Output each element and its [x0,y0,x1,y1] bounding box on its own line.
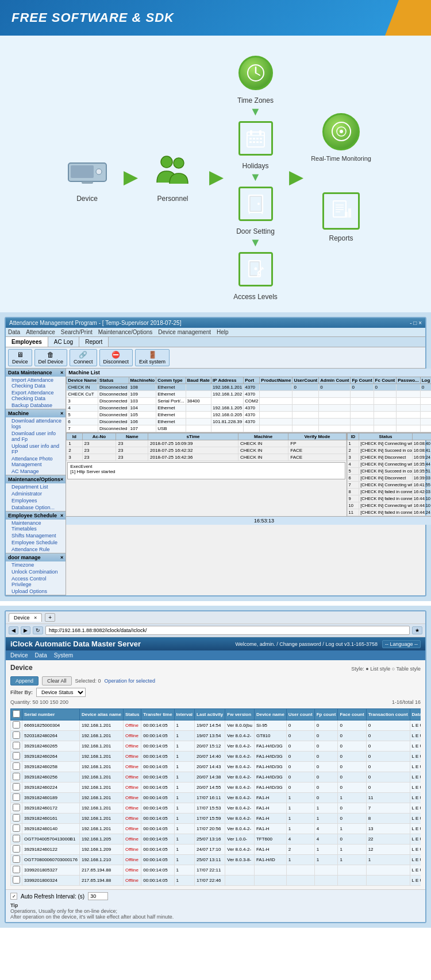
menu-device[interactable]: Device management [158,329,211,335]
table-row[interactable]: 3929182460122192.168.1.209Offline00:00:1… [11,845,421,855]
table-row[interactable]: 4 Disconnected 104 Ethernet 192.168.1.20… [67,405,431,412]
tab-aclog[interactable]: AC Log [48,337,79,347]
table-row[interactable]: 3929182460224192.168.1.201Offline00:00:1… [11,783,421,793]
table-row[interactable]: 5 Disconnected 105 Ethernet 192.168.0.20… [67,412,431,419]
row-checkbox[interactable] [13,721,20,729]
table-row[interactable]: 7 Disconnected 107 USB [67,425,431,432]
row-checkbox[interactable] [13,773,20,780]
row-checkbox[interactable] [13,814,20,822]
menu-data[interactable]: Data [8,329,20,335]
sidebar-toggle-maint[interactable]: × [60,477,63,482]
table-row[interactable]: 3399201805327217.65.194.88Offline00:00:1… [11,865,421,876]
btn-del-device[interactable]: 🗑 Del Device [34,349,68,366]
log-row[interactable]: 2 23 23 2018-07-25 16:42:32 CHECK IN FAC… [67,447,346,454]
sidebar-item-emp[interactable]: Employees [6,497,66,504]
table-row[interactable]: 3399201800324217.65.194.88Offline00:00:1… [11,876,421,886]
table-row[interactable]: 3929182460161192.168.1.201Offline00:00:1… [11,814,421,824]
btn-exit[interactable]: 🚪 Exit system [135,349,170,366]
sidebar-item-dept[interactable]: Department List [6,483,66,490]
sidebar-item-timezone[interactable]: Timezone [6,561,66,568]
btn-append[interactable]: Append [10,676,39,685]
table-row[interactable]: 3929182460264192.168.1.201Offline00:00:1… [11,752,421,762]
nav-data[interactable]: Data [35,652,47,659]
nav-refresh[interactable]: ↻ [33,626,43,634]
nav-bookmark[interactable]: ★ [412,626,422,634]
table-row[interactable]: 3929182460140192.168.1.201Offline00:00:1… [11,824,421,834]
sidebar-item-admin[interactable]: Administrator [6,490,66,497]
table-row[interactable]: 3929182460172192.168.1.201Offline00:00:1… [11,803,421,814]
log-row[interactable]: 1 23 23 2018-07-25 16:09:39 CHECK IN FP [67,440,346,447]
sidebar-item-upload[interactable]: Upload Options [6,588,66,595]
att-win-controls[interactable]: - □ × [410,320,422,326]
row-checkbox[interactable] [13,866,20,873]
table-row[interactable]: 66691825000304192.168.1.201Offline00:00:… [11,721,421,731]
sidebar-item-att-rule[interactable]: Attendance Rule [6,546,66,553]
row-checkbox[interactable] [13,783,20,791]
table-row[interactable]: CHECK IN Disconnected 108 Ethernet 192.1… [67,384,431,391]
auto-refresh-checkbox[interactable]: ✓ [10,893,17,900]
interval-input[interactable] [88,892,108,900]
sidebar-item-backup[interactable]: Backup Database [6,402,66,409]
sidebar-item-db[interactable]: Database Option... [6,504,66,511]
table-row[interactable]: OGT70400570413000B1192.168.1.205Offline0… [11,834,421,845]
nav-device[interactable]: Device [10,652,28,659]
table-row[interactable]: 3929182460256192.168.1.201Offline00:00:1… [11,772,421,783]
table-row[interactable]: 3929182460258192.168.1.201Offline00:00:1… [11,762,421,772]
row-checkbox[interactable] [13,824,20,832]
sidebar-item-emp-sched[interactable]: Employee Schedule [6,539,66,546]
sidebar-toggle-sched[interactable]: × [60,513,63,518]
btn-device[interactable]: 🖥 Device [8,349,32,366]
row-checkbox[interactable] [13,762,20,770]
menu-search[interactable]: Search/Print [61,329,93,335]
row-checkbox[interactable] [13,804,20,811]
sidebar-item-import[interactable]: Import Attendance Checking Data [6,377,66,389]
sidebar-item-photo[interactable]: Attendance Photo Management [6,455,66,468]
log-row[interactable]: 3 23 23 2018-07-25 16:42:36 CHECK IN FAC… [67,454,346,461]
table-row[interactable]: 5203182480264192.168.1.201Offline00:00:1… [11,731,421,741]
row-checkbox[interactable] [13,835,20,842]
browser-tab-add[interactable]: + [45,613,55,622]
sidebar-toggle-data[interactable]: × [60,370,63,375]
row-checkbox[interactable] [13,855,20,863]
sidebar-toggle-machine[interactable]: × [60,410,63,416]
tab-close-icon[interactable]: × [34,615,37,621]
btn-disconnect[interactable]: ⛔ Disconnect [99,349,133,366]
sidebar-item-timetable[interactable]: Maintenance Timetables [6,520,66,532]
menu-maintenance[interactable]: Maintenance/Options [98,329,153,335]
sidebar-item-export[interactable]: Export Attendance Checking Data [6,389,66,402]
tab-employees[interactable]: Employees [6,337,48,347]
menu-help[interactable]: Help [217,329,229,335]
btn-clear-all[interactable]: Clear All [42,676,72,685]
row-checkbox[interactable] [13,742,20,749]
sidebar-item-shifts[interactable]: Shifts Management [6,532,66,539]
row-checkbox[interactable] [13,845,20,853]
sidebar-item-dl-user[interactable]: Download user info and Fp [6,430,66,443]
table-row[interactable]: 3 Disconnected 103 Serial Port/... 38400… [67,398,431,405]
sidebar-item-access[interactable]: Access Control Privilege [6,575,66,588]
browser-tab-device[interactable]: Device × [9,613,42,622]
table-row[interactable]: OGT70800060703000176192.168.1.210Offline… [11,855,421,865]
select-all-checkbox[interactable] [13,710,20,718]
row-checkbox[interactable] [13,876,20,884]
row-checkbox[interactable] [13,752,20,760]
btn-connect[interactable]: 🔗 Connect [70,349,97,366]
table-row[interactable]: 3929182460189192.168.1.201Offline00:00:1… [11,793,421,803]
sidebar-item-dl-logs[interactable]: Download attendance logs [6,417,66,430]
sidebar-toggle-door[interactable]: × [60,555,63,560]
op-for-selected[interactable]: Operation for selected [105,678,156,684]
sidebar-item-unlock[interactable]: Unlock Combination [6,568,66,575]
sidebar-item-ac[interactable]: AC Manage [6,468,66,475]
table-row[interactable]: 3929182460265192.168.1.201Offline00:00:1… [11,741,421,752]
nav-system[interactable]: System [54,652,73,659]
table-row[interactable]: CHECK CuT Disconnected 109 Ethernet 192.… [67,391,431,398]
language-btn[interactable]: -- Language -- [382,640,421,648]
row-checkbox[interactable] [13,793,20,801]
url-bar[interactable] [45,626,410,635]
row-checkbox[interactable] [13,731,20,739]
filter-select[interactable]: Device Status [36,688,86,697]
nav-back[interactable]: ◀ [9,626,18,634]
table-row[interactable]: 6 Disconnected 106 Ethernet 101.81.228.3… [67,419,431,425]
menu-attendance[interactable]: Attendance [26,329,55,335]
sidebar-item-ul-user[interactable]: Upload user info and FP [6,443,66,455]
tab-report[interactable]: Report [79,337,109,347]
